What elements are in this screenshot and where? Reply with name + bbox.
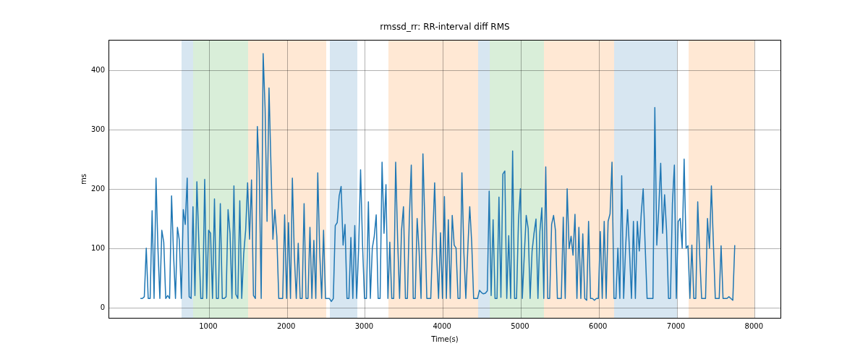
x-tick-label: 6000	[584, 322, 613, 330]
plot-area	[109, 40, 781, 319]
x-tick-label: 1000	[194, 322, 223, 330]
chart-title: rmssd_rr: RR-interval diff RMS	[109, 22, 781, 32]
y-tick-label: 0	[76, 303, 105, 311]
x-tick-label: 5000	[506, 322, 535, 330]
x-tick-label: 4000	[427, 322, 456, 330]
x-axis-label: Time(s)	[109, 335, 781, 343]
x-tick-label: 8000	[739, 322, 768, 330]
y-tick-label: 200	[76, 184, 105, 192]
x-tick-label: 7000	[662, 322, 691, 330]
x-tick-label: 2000	[272, 322, 301, 330]
figure: rmssd_rr: RR-interval diff RMS ms Time(s…	[0, 0, 868, 362]
y-tick-label: 100	[76, 243, 105, 251]
y-tick-label: 400	[76, 65, 105, 73]
x-tick-label: 3000	[349, 322, 378, 330]
data-line	[109, 41, 781, 319]
y-axis-label: ms	[76, 40, 90, 319]
y-tick-label: 300	[76, 125, 105, 132]
